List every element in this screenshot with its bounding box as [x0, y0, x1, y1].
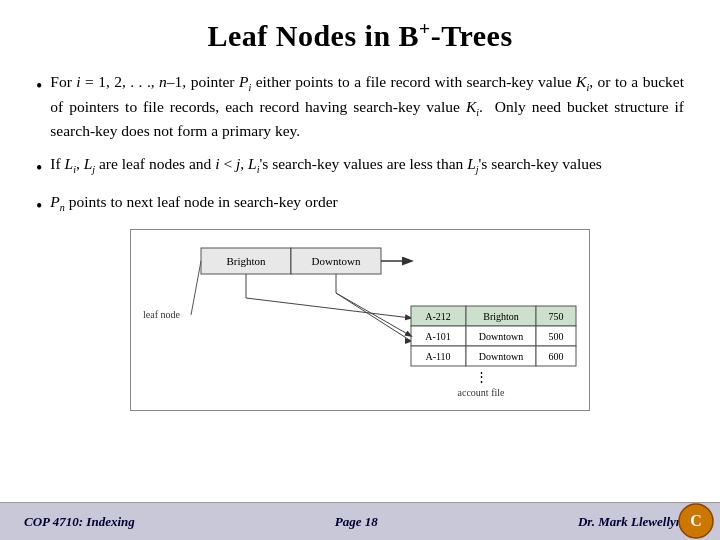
svg-text:account file: account file — [458, 387, 505, 398]
diagram-svg: Brighton Downtown leaf node — [141, 238, 581, 398]
bullet-text-2: If Li, Lj are leaf nodes and i < j, Li's… — [50, 153, 602, 178]
svg-text:600: 600 — [549, 351, 564, 362]
list-item: • For i = 1, 2, . . ., n–1, pointer Pi e… — [36, 71, 684, 143]
svg-text:Downtown: Downtown — [479, 331, 523, 342]
slide: Leaf Nodes in B+-Trees • For i = 1, 2, .… — [0, 0, 720, 540]
bullet-list: • For i = 1, 2, . . ., n–1, pointer Pi e… — [36, 71, 684, 219]
title-area: Leaf Nodes in B+-Trees — [0, 0, 720, 63]
content-area: • For i = 1, 2, . . ., n–1, pointer Pi e… — [0, 63, 720, 502]
svg-line-33 — [336, 293, 411, 336]
svg-text:leaf node: leaf node — [143, 309, 180, 320]
svg-text:750: 750 — [549, 311, 564, 322]
svg-text:Downtown: Downtown — [312, 255, 361, 267]
svg-text:500: 500 — [549, 331, 564, 342]
bullet-text-1: For i = 1, 2, . . ., n–1, pointer Pi eit… — [50, 71, 684, 143]
svg-line-7 — [191, 261, 201, 315]
svg-text:A-212: A-212 — [425, 311, 451, 322]
svg-line-9 — [246, 298, 411, 318]
svg-text:A-101: A-101 — [425, 331, 451, 342]
footer-left: COP 4710: Indexing — [24, 514, 135, 530]
slide-title: Leaf Nodes in B+-Trees — [207, 19, 512, 52]
svg-text:Brighton: Brighton — [483, 311, 519, 322]
bullet-dot: • — [36, 155, 42, 181]
svg-text:C: C — [690, 512, 702, 529]
footer-center: Page 18 — [335, 514, 378, 530]
diagram-container: Brighton Downtown leaf node — [130, 229, 590, 411]
bullet-dot: • — [36, 73, 42, 99]
bullet-dot: • — [36, 193, 42, 219]
svg-text:A-110: A-110 — [425, 351, 450, 362]
svg-text:Downtown: Downtown — [479, 351, 523, 362]
list-item: • If Li, Lj are leaf nodes and i < j, Li… — [36, 153, 684, 181]
bullet-text-3: Pn points to next leaf node in search-ke… — [50, 191, 337, 216]
footer: COP 4710: Indexing Page 18 Dr. Mark Llew… — [0, 502, 720, 540]
svg-text:⋮: ⋮ — [475, 369, 488, 384]
svg-text:Brighton: Brighton — [226, 255, 266, 267]
list-item: • Pn points to next leaf node in search-… — [36, 191, 684, 219]
logo-icon: C — [678, 503, 714, 539]
